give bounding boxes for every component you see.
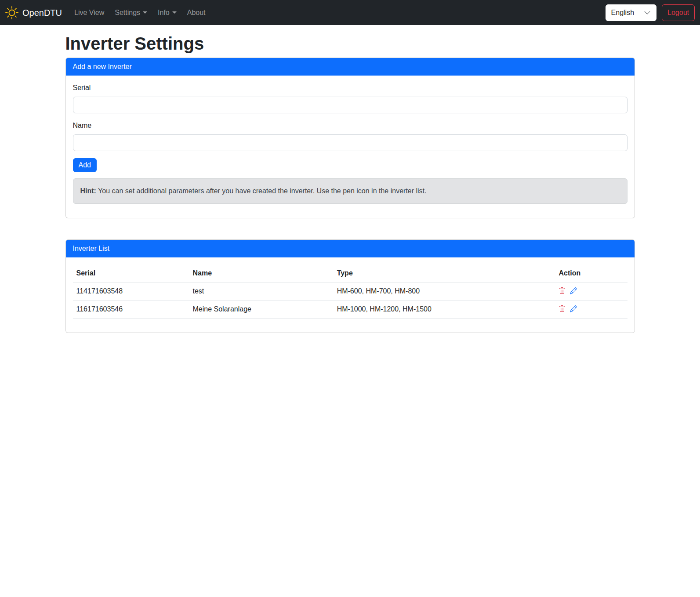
table-row: 114171603548 test HM-600, HM-700, HM-800 xyxy=(73,282,627,300)
language-selected-value: English xyxy=(611,7,634,18)
inverter-table: Serial Name Type Action 114171603548 tes… xyxy=(73,264,627,318)
logout-button[interactable]: Logout xyxy=(662,4,695,21)
nav-item-about[interactable]: About xyxy=(184,4,209,22)
edit-inverter-button[interactable] xyxy=(570,305,577,314)
pencil-icon xyxy=(570,305,577,314)
add-inverter-card: Add a new Inverter Serial Name Add Hint:… xyxy=(65,58,635,218)
cell-name: test xyxy=(189,282,334,300)
nav-links: Live View Settings Info About xyxy=(69,4,211,22)
brand-label: OpenDTU xyxy=(22,6,62,19)
cell-serial: 114171603548 xyxy=(73,282,189,300)
nav-item-info-label: Info xyxy=(158,7,170,18)
hint-alert: Hint: You can set additional parameters … xyxy=(73,178,627,204)
table-header-row: Serial Name Type Action xyxy=(73,264,627,282)
add-button[interactable]: Add xyxy=(73,158,97,172)
brand-link[interactable]: OpenDTU xyxy=(5,6,62,19)
column-header-type: Type xyxy=(334,264,555,282)
column-header-action: Action xyxy=(555,264,627,282)
name-label: Name xyxy=(73,120,92,131)
inverter-list-card: Inverter List Serial Name Type Action 11… xyxy=(65,239,635,333)
trash-icon xyxy=(559,305,566,314)
edit-inverter-button[interactable] xyxy=(570,287,577,296)
nav-item-settings-label: Settings xyxy=(115,7,140,18)
add-inverter-card-body: Serial Name Add Hint: You can set additi… xyxy=(66,76,635,218)
inverter-list-card-header: Inverter List xyxy=(66,240,635,257)
serial-label: Serial xyxy=(73,83,91,93)
sun-icon xyxy=(5,6,18,19)
cell-type: HM-1000, HM-1200, HM-1500 xyxy=(334,300,555,318)
nav-item-info[interactable]: Info xyxy=(154,4,180,22)
chevron-down-icon xyxy=(143,11,147,14)
serial-input[interactable] xyxy=(73,97,627,113)
name-input[interactable] xyxy=(73,134,627,151)
delete-inverter-button[interactable] xyxy=(559,305,566,314)
action-cell xyxy=(559,305,624,314)
action-cell xyxy=(559,287,624,296)
cell-name: Meine Solaranlage xyxy=(189,300,334,318)
hint-text: You can set additional parameters after … xyxy=(98,187,426,195)
column-header-name: Name xyxy=(189,264,334,282)
chevron-down-icon xyxy=(172,11,177,14)
delete-inverter-button[interactable] xyxy=(559,287,566,296)
trash-icon xyxy=(559,287,566,296)
hint-label: Hint: xyxy=(80,187,96,195)
page-title: Inverter Settings xyxy=(65,33,635,54)
nav-item-settings[interactable]: Settings xyxy=(111,4,151,22)
column-header-serial: Serial xyxy=(73,264,189,282)
pencil-icon xyxy=(570,287,577,296)
inverter-list-card-body: Serial Name Type Action 114171603548 tes… xyxy=(66,257,635,333)
table-row: 116171603546 Meine Solaranlage HM-1000, … xyxy=(73,300,627,318)
cell-serial: 116171603546 xyxy=(73,300,189,318)
top-navbar: OpenDTU Live View Settings Info About En… xyxy=(0,0,700,25)
nav-item-live-view[interactable]: Live View xyxy=(71,4,108,22)
cell-type: HM-600, HM-700, HM-800 xyxy=(334,282,555,300)
add-inverter-card-header: Add a new Inverter xyxy=(66,58,635,76)
main-content: Inverter Settings Add a new Inverter Ser… xyxy=(60,33,640,333)
chevron-down-icon xyxy=(644,9,651,16)
language-select[interactable]: English xyxy=(606,4,656,21)
